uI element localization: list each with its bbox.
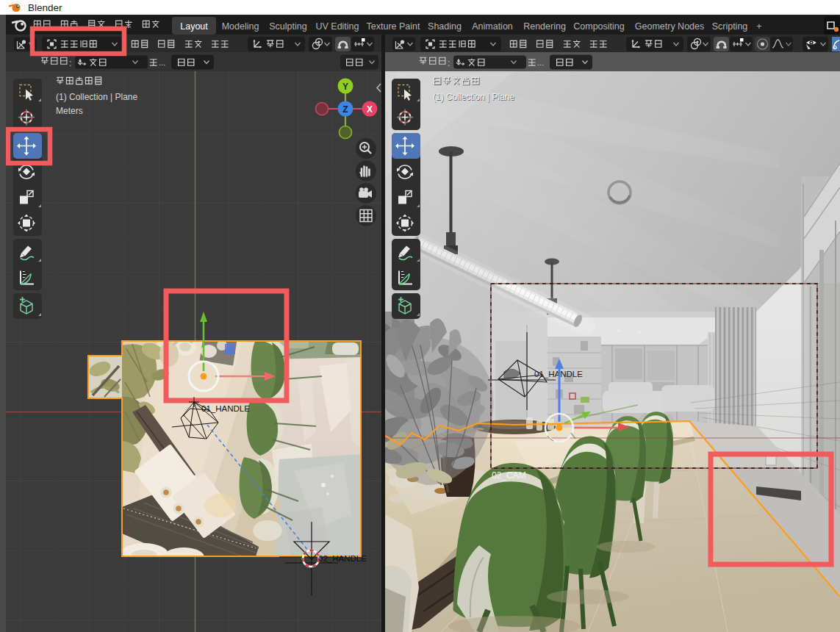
svg-text:...: ...	[159, 58, 165, 67]
svg-text:Sculpting: Sculpting	[269, 21, 306, 32]
svg-text:Texture Paint: Texture Paint	[367, 21, 420, 32]
svg-text::: :	[448, 58, 450, 68]
svg-text:02_HANDLE: 02_HANDLE	[318, 554, 367, 563]
svg-text:...: ...	[537, 58, 544, 67]
svg-text:Z: Z	[342, 104, 348, 115]
svg-text:Animation: Animation	[472, 21, 513, 32]
svg-text:(1) Collection | Plane: (1) Collection | Plane	[56, 92, 137, 102]
svg-text:Meters: Meters	[56, 106, 83, 116]
svg-text:Blender: Blender	[28, 2, 62, 13]
svg-text:Modeling: Modeling	[222, 21, 259, 32]
svg-text:Geometry Nodes: Geometry Nodes	[635, 21, 704, 32]
svg-text:Compositing: Compositing	[573, 21, 625, 32]
svg-text:Scripting: Scripting	[712, 21, 748, 32]
svg-text:+: +	[756, 21, 761, 32]
svg-text:Rendering: Rendering	[523, 21, 566, 32]
svg-text:X: X	[367, 104, 373, 115]
svg-text:01_HANDLE: 01_HANDLE	[201, 404, 250, 413]
svg-text:UV Editing: UV Editing	[315, 21, 359, 32]
svg-text:02_CAM: 02_CAM	[492, 470, 526, 481]
svg-text::: :	[69, 58, 71, 68]
svg-text:Y: Y	[342, 82, 348, 92]
svg-text:(1) Collection | Plane: (1) Collection | Plane	[433, 92, 514, 102]
svg-text:Shading: Shading	[428, 21, 462, 32]
svg-text:Layout: Layout	[180, 21, 208, 32]
